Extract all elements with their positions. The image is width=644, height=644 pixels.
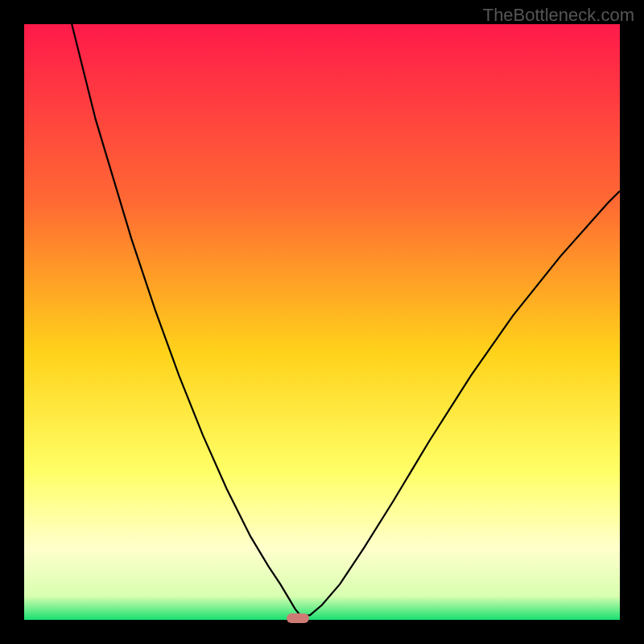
chart-container: TheBottleneck.com xyxy=(0,0,644,644)
bottleneck-marker xyxy=(287,613,309,623)
plot-background xyxy=(24,24,620,620)
bottleneck-plot xyxy=(24,24,620,620)
watermark-text: TheBottleneck.com xyxy=(483,5,634,26)
